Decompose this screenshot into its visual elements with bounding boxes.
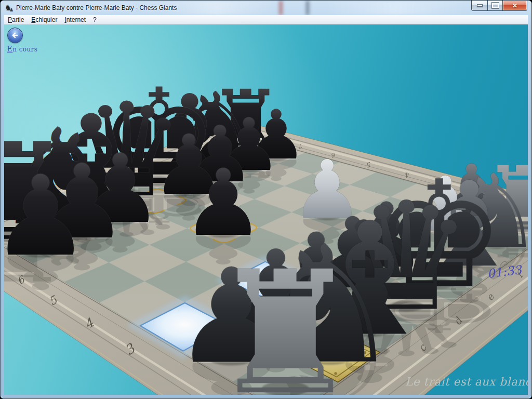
glass-reflection [306, 1, 309, 15]
window-title: Pierre-Marie Baty contre Pierre-Marie Ba… [16, 4, 177, 11]
game-client-area: 6543765432cdefab1. f4 d5♜♟♞♟♝♟♚♟♛♝♟♟♟♞♜♟… [4, 24, 528, 395]
close-button[interactable]: ✕ [502, 1, 527, 11]
menu-item-internet[interactable]: Internet [61, 16, 89, 24]
glass-reflection [279, 1, 283, 15]
game-status-label: En cours [7, 44, 37, 54]
menu-item-?[interactable]: ? [89, 16, 100, 24]
app-icon: ♞♟ [5, 4, 14, 12]
maximize-button[interactable] [487, 1, 502, 11]
maximize-icon [492, 3, 499, 8]
back-button[interactable] [7, 28, 23, 43]
minimize-icon [477, 4, 483, 7]
close-icon: ✕ [512, 3, 517, 9]
window-controls: ✕ [471, 1, 527, 10]
menu-item-echiquier[interactable]: Echiquier [28, 16, 61, 24]
piece-black-pawn-a7[interactable]: ♟ [4, 152, 90, 281]
piece-white-rook-a1[interactable]: ♜ [209, 235, 361, 395]
menu-item-partie[interactable]: Partie [4, 16, 28, 24]
glass-reflection [323, 1, 468, 15]
title-bar[interactable]: ♞♟ Pierre-Marie Baty contre Pierre-Marie… [1, 1, 531, 15]
menu-bar: PartieEchiquierInternet? [4, 15, 528, 25]
minimize-button[interactable] [471, 1, 487, 11]
turn-status-message: Le trait est aux blancs. [405, 375, 528, 388]
app-window: ♞♟ Pierre-Marie Baty contre Pierre-Marie… [0, 0, 532, 399]
back-arrow-icon [11, 31, 19, 39]
chess-board-3d[interactable]: 6543765432cdefab1. f4 d5♜♟♞♟♝♟♚♟♛♝♟♟♟♞♜♟… [4, 24, 528, 395]
